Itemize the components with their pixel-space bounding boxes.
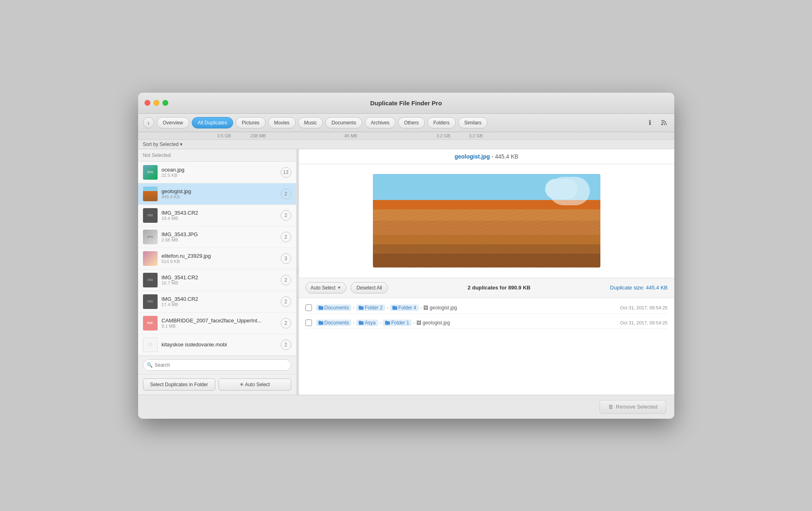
list-item[interactable]: JPG ocean.jpg 22.5 KB 13 bbox=[138, 162, 296, 183]
file-info: IMG_3540.CR2 17.4 MB bbox=[162, 296, 277, 307]
tab-others[interactable]: Others bbox=[398, 117, 425, 128]
breadcrumb-chevron: › bbox=[413, 320, 415, 325]
duplicate-count: 2 duplicates for 890.9 KB bbox=[468, 285, 531, 291]
preview-image bbox=[373, 174, 600, 267]
svg-point-0 bbox=[661, 124, 663, 125]
folder-chip: Documents bbox=[316, 320, 352, 326]
tab-pictures[interactable]: Pictures bbox=[236, 117, 265, 128]
auto-select-label: Auto Select bbox=[311, 285, 336, 291]
file-name: IMG_3543.JPG bbox=[162, 231, 277, 237]
file-size: 9.1 MB bbox=[162, 324, 277, 328]
dropdown-chevron-icon: ▼ bbox=[337, 285, 341, 290]
sort-by-label[interactable]: Sort by Selected ▾ bbox=[143, 141, 182, 147]
select-duplicates-in-folder-button[interactable]: Select Duplicates in Folder bbox=[143, 378, 216, 391]
preview-filesize-value: 445.4 KB bbox=[495, 153, 518, 160]
close-button[interactable] bbox=[145, 100, 150, 106]
file-count: 2 bbox=[281, 210, 291, 221]
bottom-bar: 🗑 Remove Selected bbox=[138, 395, 674, 419]
list-item[interactable]: JPG IMG_3543.JPG 2.68 MB 2 bbox=[138, 226, 296, 248]
duplicate-date-1: Oct 31, 2017, 09:54:25 bbox=[620, 305, 667, 310]
folder-chip: Asya bbox=[356, 320, 378, 326]
back-button[interactable]: ‹ bbox=[143, 117, 154, 128]
file-thumb: CR2 bbox=[143, 208, 158, 223]
search-bar: 🔍 bbox=[138, 356, 296, 374]
tab-documents[interactable]: Documents bbox=[325, 117, 362, 128]
search-input[interactable] bbox=[143, 359, 291, 371]
file-size: 17.4 MB bbox=[162, 302, 277, 307]
list-item[interactable]: 📄 kitayskoe issledovanie.mobi 2 bbox=[138, 334, 296, 356]
file-thumb: 📄 bbox=[143, 337, 158, 352]
file-count: 2 bbox=[281, 318, 291, 328]
list-item[interactable]: CR2 IMG_3541.CR2 16.7 MB 2 bbox=[138, 270, 296, 291]
file-info: ocean.jpg 22.5 KB bbox=[162, 167, 277, 178]
duplicate-path-1: Documents › Folder 2 › Folder 4 › bbox=[316, 304, 616, 311]
duplicate-controls: Auto Select ▼ Deselect All 2 duplicates … bbox=[299, 278, 674, 298]
tab-similars[interactable]: Similars bbox=[458, 117, 488, 128]
file-info: CAMBRIDGE_2007_face2face_UpperInt... 9.1… bbox=[162, 317, 277, 328]
file-count: 13 bbox=[281, 167, 291, 178]
tab-movies[interactable]: Movies bbox=[268, 117, 296, 128]
duplicate-row: Documents › Asya › Folder 1 › bbox=[305, 317, 668, 329]
list-item[interactable]: geologist.jpg 445.4 KB 2 bbox=[138, 183, 296, 205]
breadcrumb-chevron: › bbox=[387, 305, 388, 310]
auto-select-dropdown-button[interactable]: Auto Select ▼ bbox=[305, 282, 346, 294]
rss-icon[interactable] bbox=[658, 117, 669, 128]
toolbar: ‹ Overview All Duplicates Pictures Movie… bbox=[138, 114, 674, 132]
tab-all-duplicates[interactable]: All Duplicates bbox=[192, 117, 234, 128]
duplicate-size-label: Duplicate size: 445.4 KB bbox=[610, 285, 668, 291]
file-count: 2 bbox=[281, 189, 291, 199]
auto-select-button[interactable]: ✳ Auto Select bbox=[219, 378, 291, 391]
duplicate-checkbox-1[interactable] bbox=[305, 304, 312, 311]
preview-pane: geologist.jpg - 445.4 KB Auto Select ▼ D… bbox=[299, 149, 674, 395]
list-item[interactable]: PDF CAMBRIDGE_2007_face2face_UpperInt...… bbox=[138, 313, 296, 334]
file-size: 2.68 MB bbox=[162, 237, 277, 242]
file-count: 3 bbox=[281, 253, 291, 264]
file-thumb: JPG bbox=[143, 230, 158, 244]
file-size: 16.7 MB bbox=[162, 281, 277, 285]
duplicate-checkbox-2[interactable] bbox=[305, 320, 312, 326]
tab-folders[interactable]: Folders bbox=[427, 117, 456, 128]
file-count: 2 bbox=[281, 339, 291, 350]
file-info: IMG_3543.JPG 2.68 MB bbox=[162, 231, 277, 242]
deselect-all-button[interactable]: Deselect All bbox=[351, 282, 388, 294]
duplicate-row: Documents › Folder 2 › Folder 4 › bbox=[305, 302, 668, 314]
sidebar: Not Selected JPG ocean.jpg 22.5 KB 13 bbox=[138, 149, 297, 395]
minimize-button[interactable] bbox=[154, 100, 159, 106]
info-icon[interactable]: ℹ bbox=[644, 117, 656, 128]
file-info: geologist.jpg 445.4 KB bbox=[162, 188, 277, 199]
preview-filename: geologist.jpg bbox=[455, 153, 490, 160]
file-size: 22.5 KB bbox=[162, 173, 277, 178]
sidebar-header: Not Selected bbox=[138, 149, 296, 162]
file-name: IMG_3541.CR2 bbox=[162, 274, 277, 281]
duplicate-date-2: Oct 31, 2017, 09:54:25 bbox=[620, 320, 667, 325]
breadcrumb-chevron: › bbox=[380, 320, 381, 325]
trash-icon: 🗑 bbox=[608, 404, 613, 410]
remove-selected-button[interactable]: 🗑 Remove Selected bbox=[600, 400, 666, 414]
tab-music[interactable]: Music bbox=[298, 117, 323, 128]
maximize-button[interactable] bbox=[162, 100, 168, 106]
traffic-lights bbox=[145, 100, 168, 106]
main-window: Duplicate File Finder Pro ‹ Overview All… bbox=[138, 93, 674, 419]
file-info: IMG_3541.CR2 16.7 MB bbox=[162, 274, 277, 285]
window-title: Duplicate File Finder Pro bbox=[370, 100, 442, 107]
file-info: elitefon.ru_23929.jpg 514.9 KB bbox=[162, 253, 277, 264]
list-item[interactable]: CR2 IMG_3540.CR2 17.4 MB 2 bbox=[138, 291, 296, 313]
tab-archives[interactable]: Archives bbox=[365, 117, 396, 128]
file-count: 2 bbox=[281, 275, 291, 285]
file-name: CAMBRIDGE_2007_face2face_UpperInt... bbox=[162, 317, 277, 324]
documents-size: 45 MB bbox=[333, 133, 369, 138]
folders-size: 3.2 GB bbox=[427, 133, 460, 138]
file-thumb bbox=[143, 187, 158, 201]
main-content: Not Selected JPG ocean.jpg 22.5 KB 13 bbox=[138, 149, 674, 395]
tab-overview[interactable]: Overview bbox=[157, 117, 189, 128]
titlebar: Duplicate File Finder Pro bbox=[138, 93, 674, 114]
search-icon: 🔍 bbox=[147, 362, 153, 368]
file-thumb bbox=[143, 251, 158, 266]
breadcrumb-chevron: › bbox=[420, 305, 422, 310]
folder-chip: Folder 4 bbox=[390, 304, 419, 311]
breadcrumb-chevron: › bbox=[353, 305, 355, 310]
breadcrumb-chevron: › bbox=[353, 320, 355, 325]
folder-chip: Folder 1 bbox=[383, 320, 411, 326]
list-item[interactable]: CR2 IMG_3543.CR2 19.4 MB 2 bbox=[138, 205, 296, 226]
list-item[interactable]: elitefon.ru_23929.jpg 514.9 KB 3 bbox=[138, 248, 296, 270]
